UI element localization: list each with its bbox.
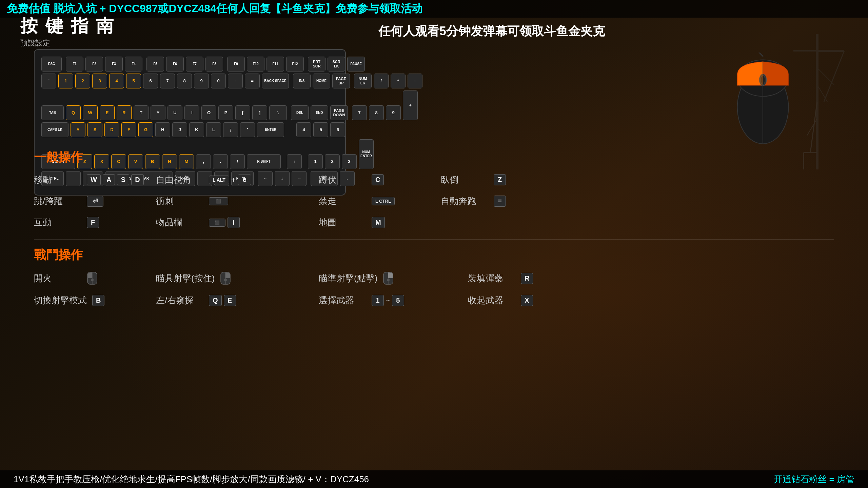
label-walk: 禁走 [319, 195, 366, 207]
keys-map: M [372, 217, 385, 228]
key-np7[interactable]: 7 [352, 105, 367, 120]
key-semicolon[interactable]: ; [223, 122, 238, 137]
key-np5[interactable]: 5 [313, 122, 328, 137]
key-tab[interactable]: TAB [41, 105, 64, 120]
key-esc[interactable]: ESC [41, 57, 62, 72]
key-home[interactable]: HOME [313, 74, 330, 88]
key-f1[interactable]: F1 [66, 57, 83, 72]
key-f2[interactable]: F2 [85, 57, 103, 72]
key-f5[interactable]: F5 [146, 57, 164, 72]
label-jump: 跳/跨躍 [34, 195, 81, 207]
key-y[interactable]: Y [151, 105, 165, 120]
svg-point-23 [387, 279, 390, 281]
key-np6[interactable]: 6 [330, 122, 345, 137]
keys-peek: Q E [209, 295, 236, 306]
key-backtick[interactable]: ` [41, 74, 56, 88]
key-f11[interactable]: F11 [267, 57, 284, 72]
key-minus[interactable]: - [228, 74, 243, 88]
key-pause[interactable]: PAUSE [347, 57, 365, 72]
keys-crouch: C [372, 174, 384, 185]
key-h[interactable]: H [155, 122, 170, 137]
key-lbracket[interactable]: [ [235, 105, 250, 120]
key-quote[interactable]: ' [240, 122, 255, 137]
key-7[interactable]: 7 [160, 74, 175, 88]
key-rbracket[interactable]: ] [252, 105, 267, 120]
header: 按 键 指 南 预設設定 任何人观看5分钟发弹幕可领取斗鱼金夹克 [0, 18, 868, 45]
keys-reload: R [521, 273, 533, 284]
key-f4[interactable]: F4 [125, 57, 142, 72]
key-f10[interactable]: F10 [247, 57, 264, 72]
key-np4[interactable]: 4 [296, 122, 311, 137]
key-g[interactable]: G [138, 122, 153, 137]
key-f3[interactable]: F3 [105, 57, 123, 72]
key-5[interactable]: 5 [126, 74, 141, 88]
key-pagedown[interactable]: PAGEDOWN [330, 105, 348, 120]
key-1[interactable]: 1 [58, 74, 73, 88]
key-f6[interactable]: F6 [166, 57, 184, 72]
key-capslk[interactable]: CAPS LK [41, 122, 68, 137]
key-np-plus[interactable]: + [403, 90, 418, 120]
key-4[interactable]: 4 [109, 74, 124, 88]
key-f8[interactable]: F8 [205, 57, 223, 72]
key-o[interactable]: O [201, 105, 216, 120]
section-combat-title: 戰鬥操作 [34, 247, 834, 263]
key-f[interactable]: F [121, 122, 136, 137]
key-enter[interactable]: ENTER [257, 122, 284, 137]
subtitle: 预設設定 [20, 38, 115, 48]
key-np8[interactable]: 8 [369, 105, 384, 120]
key-np9[interactable]: 9 [386, 105, 401, 120]
key-l[interactable]: L [206, 122, 221, 137]
keys-autorun: = [494, 196, 506, 207]
key-backslash[interactable]: \ [269, 105, 287, 120]
key-k[interactable]: K [189, 122, 204, 137]
svg-line-10 [817, 85, 827, 102]
key-d[interactable]: D [104, 122, 119, 137]
label-crouch: 蹲伏 [319, 174, 366, 186]
key-j[interactable]: J [172, 122, 187, 137]
svg-line-9 [817, 68, 834, 85]
control-map: 地圖 M [319, 217, 434, 228]
key-ins[interactable]: INS [293, 74, 311, 88]
key-q[interactable]: Q [66, 105, 81, 120]
key-f12[interactable]: F12 [286, 57, 304, 72]
key-6[interactable]: 6 [143, 74, 158, 88]
label-freeview: 自由視角 [156, 174, 203, 186]
label-weapon-select: 選擇武器 [319, 294, 366, 306]
label-fire: 開火 [34, 272, 81, 284]
key-p[interactable]: P [218, 105, 233, 120]
key-0[interactable]: 0 [211, 74, 226, 88]
key-np-slash[interactable]: / [374, 74, 389, 88]
key-backspace[interactable]: BACK SPACE [262, 74, 289, 88]
key-numlk[interactable]: NUMLK [354, 74, 372, 88]
key-2[interactable]: 2 [75, 74, 90, 88]
key-8[interactable]: 8 [177, 74, 192, 88]
key-u[interactable]: U [167, 105, 182, 120]
key-prt[interactable]: PRTSCR [308, 57, 326, 72]
key-np-minus[interactable]: - [408, 74, 422, 88]
key-9[interactable]: 9 [194, 74, 209, 88]
key-t[interactable]: T [134, 105, 149, 120]
key-f9[interactable]: F9 [227, 57, 245, 72]
label-autorun: 自動奔跑 [441, 195, 488, 207]
key-del[interactable]: DEL [291, 105, 309, 120]
key-i[interactable]: I [184, 105, 199, 120]
key-r[interactable]: R [117, 105, 132, 120]
control-freeview: 自由視角 L ALT + 🖱 [156, 174, 312, 186]
key-end[interactable]: END [311, 105, 328, 120]
key-scr[interactable]: SCRLK [328, 57, 345, 72]
key-a[interactable]: A [71, 122, 85, 137]
key-f7[interactable]: F7 [186, 57, 203, 72]
control-ads-click: 瞄準射擊(點擊) [319, 271, 461, 285]
keys-freeview: L ALT + 🖱 [209, 175, 251, 185]
key-np-star[interactable]: * [391, 74, 406, 88]
key-w[interactable]: W [83, 105, 98, 120]
key-s[interactable]: S [87, 122, 102, 137]
key-equals[interactable]: = [245, 74, 260, 88]
key-e[interactable]: E [100, 105, 115, 120]
key-3[interactable]: 3 [92, 74, 107, 88]
control-inventory: 物品欄 ⬛ I [156, 217, 312, 228]
key-badge-b: B [92, 295, 104, 306]
keys-walk: L CTRL [372, 197, 395, 205]
keys-ads-click [383, 271, 394, 285]
key-pageup[interactable]: PAGEUP [332, 74, 350, 88]
